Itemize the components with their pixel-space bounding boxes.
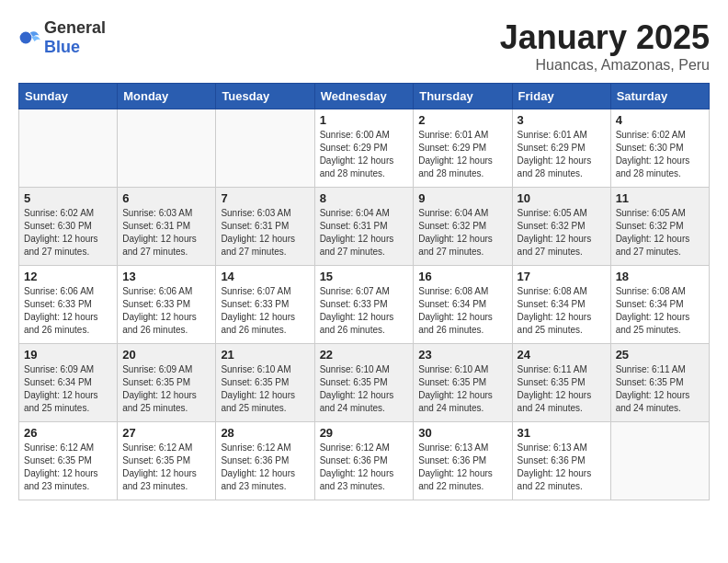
calendar-cell: 17Sunrise: 6:08 AM Sunset: 6:34 PM Dayli… <box>512 266 610 344</box>
calendar-cell: 7Sunrise: 6:03 AM Sunset: 6:31 PM Daylig… <box>216 188 314 266</box>
day-number: 27 <box>122 426 210 440</box>
calendar-cell: 24Sunrise: 6:11 AM Sunset: 6:35 PM Dayli… <box>512 344 610 422</box>
day-number: 31 <box>518 426 606 440</box>
week-row-1: 1Sunrise: 6:00 AM Sunset: 6:29 PM Daylig… <box>19 109 710 188</box>
day-number: 10 <box>518 191 606 205</box>
calendar-cell: 11Sunrise: 6:05 AM Sunset: 6:32 PM Dayli… <box>610 188 709 266</box>
day-info: Sunrise: 6:10 AM Sunset: 6:35 PM Dayligh… <box>221 363 309 415</box>
day-number: 30 <box>418 426 506 440</box>
calendar-cell: 8Sunrise: 6:04 AM Sunset: 6:31 PM Daylig… <box>314 188 414 266</box>
day-number: 2 <box>418 113 506 127</box>
day-number: 3 <box>518 113 606 127</box>
day-number: 21 <box>221 348 309 362</box>
calendar-cell: 26Sunrise: 6:12 AM Sunset: 6:35 PM Dayli… <box>19 422 118 500</box>
calendar-cell <box>118 109 216 188</box>
calendar-cell: 6Sunrise: 6:03 AM Sunset: 6:31 PM Daylig… <box>118 188 216 266</box>
logo-blue: Blue <box>44 38 80 56</box>
month-title: January 2025 <box>500 18 710 57</box>
day-number: 22 <box>320 348 409 362</box>
day-info: Sunrise: 6:00 AM Sunset: 6:29 PM Dayligh… <box>320 129 409 180</box>
calendar-cell: 14Sunrise: 6:07 AM Sunset: 6:33 PM Dayli… <box>216 266 314 344</box>
svg-point-0 <box>20 32 32 44</box>
calendar-table: SundayMondayTuesdayWednesdayThursdayFrid… <box>18 83 710 500</box>
weekday-header-saturday: Saturday <box>610 84 709 109</box>
calendar-cell: 31Sunrise: 6:13 AM Sunset: 6:36 PM Dayli… <box>512 422 610 500</box>
day-info: Sunrise: 6:07 AM Sunset: 6:33 PM Dayligh… <box>221 285 309 337</box>
calendar-cell: 25Sunrise: 6:11 AM Sunset: 6:35 PM Dayli… <box>610 344 709 422</box>
day-number: 16 <box>418 270 506 283</box>
week-row-2: 5Sunrise: 6:02 AM Sunset: 6:30 PM Daylig… <box>19 188 710 266</box>
day-info: Sunrise: 6:11 AM Sunset: 6:35 PM Dayligh… <box>616 363 704 415</box>
day-info: Sunrise: 6:10 AM Sunset: 6:35 PM Dayligh… <box>418 363 506 415</box>
day-number: 26 <box>24 426 112 440</box>
day-number: 17 <box>518 270 606 283</box>
day-info: Sunrise: 6:02 AM Sunset: 6:30 PM Dayligh… <box>616 129 704 180</box>
day-info: Sunrise: 6:02 AM Sunset: 6:30 PM Dayligh… <box>24 207 112 259</box>
day-number: 15 <box>320 270 409 283</box>
calendar-cell: 3Sunrise: 6:01 AM Sunset: 6:29 PM Daylig… <box>512 109 610 188</box>
weekday-header-friday: Friday <box>512 84 610 109</box>
day-number: 9 <box>418 191 506 205</box>
day-number: 25 <box>616 348 704 362</box>
day-info: Sunrise: 6:13 AM Sunset: 6:36 PM Dayligh… <box>518 442 606 493</box>
day-info: Sunrise: 6:10 AM Sunset: 6:35 PM Dayligh… <box>320 363 409 415</box>
day-number: 4 <box>616 113 704 127</box>
day-info: Sunrise: 6:06 AM Sunset: 6:33 PM Dayligh… <box>122 285 210 337</box>
week-row-3: 12Sunrise: 6:06 AM Sunset: 6:33 PM Dayli… <box>19 266 710 344</box>
day-info: Sunrise: 6:08 AM Sunset: 6:34 PM Dayligh… <box>418 285 506 337</box>
logo-text: General Blue <box>44 18 106 57</box>
day-number: 13 <box>122 270 210 283</box>
day-number: 14 <box>221 270 309 283</box>
day-info: Sunrise: 6:04 AM Sunset: 6:32 PM Dayligh… <box>418 207 506 259</box>
logo-icon <box>18 27 40 49</box>
day-info: Sunrise: 6:01 AM Sunset: 6:29 PM Dayligh… <box>518 129 606 180</box>
week-row-4: 19Sunrise: 6:09 AM Sunset: 6:34 PM Dayli… <box>19 344 710 422</box>
calendar-cell: 21Sunrise: 6:10 AM Sunset: 6:35 PM Dayli… <box>216 344 314 422</box>
day-info: Sunrise: 6:03 AM Sunset: 6:31 PM Dayligh… <box>122 207 210 259</box>
day-number: 20 <box>122 348 210 362</box>
calendar-cell: 13Sunrise: 6:06 AM Sunset: 6:33 PM Dayli… <box>118 266 216 344</box>
day-info: Sunrise: 6:05 AM Sunset: 6:32 PM Dayligh… <box>518 207 606 259</box>
weekday-header-row: SundayMondayTuesdayWednesdayThursdayFrid… <box>19 84 710 109</box>
calendar-cell: 30Sunrise: 6:13 AM Sunset: 6:36 PM Dayli… <box>414 422 512 500</box>
calendar-cell: 12Sunrise: 6:06 AM Sunset: 6:33 PM Dayli… <box>19 266 118 344</box>
calendar-cell: 5Sunrise: 6:02 AM Sunset: 6:30 PM Daylig… <box>19 188 118 266</box>
day-number: 28 <box>221 426 309 440</box>
day-number: 29 <box>320 426 409 440</box>
day-number: 18 <box>616 270 704 283</box>
day-number: 8 <box>320 191 409 205</box>
calendar-cell: 9Sunrise: 6:04 AM Sunset: 6:32 PM Daylig… <box>414 188 512 266</box>
day-info: Sunrise: 6:12 AM Sunset: 6:35 PM Dayligh… <box>24 442 112 493</box>
weekday-header-thursday: Thursday <box>414 84 512 109</box>
weekday-header-monday: Monday <box>118 84 216 109</box>
day-number: 1 <box>320 113 409 127</box>
day-info: Sunrise: 6:05 AM Sunset: 6:32 PM Dayligh… <box>616 207 704 259</box>
calendar-cell: 15Sunrise: 6:07 AM Sunset: 6:33 PM Dayli… <box>314 266 414 344</box>
logo: General Blue <box>18 18 106 57</box>
day-info: Sunrise: 6:04 AM Sunset: 6:31 PM Dayligh… <box>320 207 409 259</box>
day-number: 5 <box>24 191 112 205</box>
calendar-cell <box>19 109 118 188</box>
logo-general: General <box>44 18 106 37</box>
calendar-cell: 1Sunrise: 6:00 AM Sunset: 6:29 PM Daylig… <box>314 109 414 188</box>
day-number: 7 <box>221 191 309 205</box>
weekday-header-sunday: Sunday <box>19 84 118 109</box>
day-info: Sunrise: 6:12 AM Sunset: 6:35 PM Dayligh… <box>122 442 210 493</box>
day-info: Sunrise: 6:07 AM Sunset: 6:33 PM Dayligh… <box>320 285 409 337</box>
day-info: Sunrise: 6:06 AM Sunset: 6:33 PM Dayligh… <box>24 285 112 337</box>
calendar-cell <box>610 422 709 500</box>
day-info: Sunrise: 6:09 AM Sunset: 6:34 PM Dayligh… <box>24 363 112 415</box>
day-number: 6 <box>122 191 210 205</box>
calendar-cell: 20Sunrise: 6:09 AM Sunset: 6:35 PM Dayli… <box>118 344 216 422</box>
day-info: Sunrise: 6:08 AM Sunset: 6:34 PM Dayligh… <box>518 285 606 337</box>
calendar-cell: 19Sunrise: 6:09 AM Sunset: 6:34 PM Dayli… <box>19 344 118 422</box>
calendar-cell: 10Sunrise: 6:05 AM Sunset: 6:32 PM Dayli… <box>512 188 610 266</box>
day-number: 12 <box>24 270 112 283</box>
calendar-cell: 27Sunrise: 6:12 AM Sunset: 6:35 PM Dayli… <box>118 422 216 500</box>
day-info: Sunrise: 6:01 AM Sunset: 6:29 PM Dayligh… <box>418 129 506 180</box>
day-info: Sunrise: 6:13 AM Sunset: 6:36 PM Dayligh… <box>418 442 506 493</box>
calendar-cell: 29Sunrise: 6:12 AM Sunset: 6:36 PM Dayli… <box>314 422 414 500</box>
calendar-cell: 16Sunrise: 6:08 AM Sunset: 6:34 PM Dayli… <box>414 266 512 344</box>
day-info: Sunrise: 6:11 AM Sunset: 6:35 PM Dayligh… <box>518 363 606 415</box>
day-info: Sunrise: 6:09 AM Sunset: 6:35 PM Dayligh… <box>122 363 210 415</box>
